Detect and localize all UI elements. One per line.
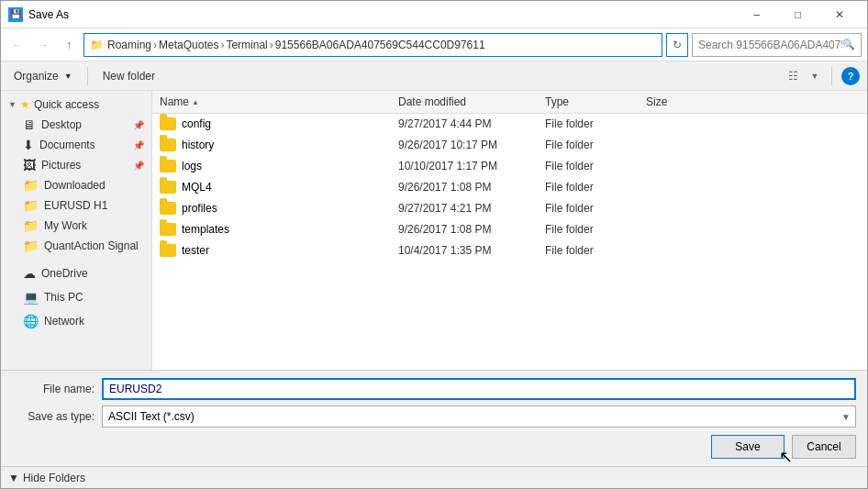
sidebar-item-eurusd[interactable]: 📁 EURUSD H1 xyxy=(1,195,151,216)
eurusd-icon: 📁 xyxy=(23,198,39,213)
file-type-cell: File folder xyxy=(538,200,639,217)
documents-pin-icon: 📌 xyxy=(133,140,144,150)
filename-input[interactable] xyxy=(102,378,856,400)
file-name-text: MQL4 xyxy=(182,181,212,194)
col-size-header[interactable]: Size xyxy=(639,94,712,110)
organize-label: Organize xyxy=(14,70,59,83)
search-box[interactable]: 🔍 xyxy=(692,33,862,57)
cancel-button[interactable]: Cancel xyxy=(792,435,856,459)
savetype-label: Save as type: xyxy=(12,410,95,423)
window-title: Save As xyxy=(28,8,736,21)
help-button[interactable]: ? xyxy=(841,67,860,85)
main-content: ▼ ★ Quick access 🖥 Desktop 📌 ⬇ Documents… xyxy=(1,91,867,370)
table-row[interactable]: profiles 9/27/2017 4:21 PM File folder xyxy=(152,198,867,219)
file-size-cell xyxy=(639,206,712,210)
col-name-header[interactable]: Name ▲ xyxy=(152,94,391,110)
sort-arrow: ▲ xyxy=(192,98,199,106)
sidebar-item-pictures[interactable]: 🖼 Pictures 📌 xyxy=(1,155,151,175)
quick-access-header[interactable]: ▼ ★ Quick access xyxy=(1,94,151,115)
hide-folders-bar: ▼ Hide Folders xyxy=(1,466,867,488)
sidebar-item-quantaction[interactable]: 📁 QuantAction Signal xyxy=(1,236,151,256)
view-mode-button[interactable]: ☷ xyxy=(780,65,806,87)
table-row[interactable]: templates 9/26/2017 1:08 PM File folder xyxy=(152,219,867,240)
file-size-cell xyxy=(639,185,712,189)
sidebar-item-thispc[interactable]: 💻 This PC xyxy=(1,287,151,307)
path-segment-terminal: Terminal xyxy=(226,39,267,51)
save-button[interactable]: Save ↖ xyxy=(711,435,785,459)
refresh-button[interactable]: ↻ xyxy=(666,33,688,57)
hide-folders-button[interactable]: ▼ Hide Folders xyxy=(8,472,85,484)
folder-icon xyxy=(160,160,176,172)
table-row[interactable]: tester 10/4/2017 1:35 PM File folder xyxy=(152,240,867,261)
file-name-text: config xyxy=(182,117,211,130)
savetype-select[interactable]: ASCII Text (*.csv) xyxy=(102,406,856,428)
path-folder-icon: 📁 xyxy=(90,39,104,51)
up-button[interactable]: ↑ xyxy=(58,34,80,56)
table-row[interactable]: history 9/26/2017 10:17 PM File folder xyxy=(152,135,867,156)
organize-button[interactable]: Organize ▼ xyxy=(8,65,78,87)
folder-icon xyxy=(160,202,176,215)
title-bar: 💾 Save As – □ ✕ xyxy=(1,1,867,28)
sidebar-item-documents[interactable]: ⬇ Documents 📌 xyxy=(1,135,151,155)
mywork-icon: 📁 xyxy=(23,218,39,233)
file-name-cell: MQL4 xyxy=(152,179,391,195)
file-type-cell: File folder xyxy=(538,137,639,153)
view-dropdown-button[interactable]: ▼ xyxy=(807,65,822,87)
path-segment-roaming: Roaming xyxy=(107,39,151,51)
file-date-cell: 9/26/2017 1:08 PM xyxy=(391,221,538,238)
close-button[interactable]: ✕ xyxy=(818,1,860,28)
path-segment-id: 915566BA06ADA407569C544CC0D97611 xyxy=(275,39,485,51)
file-name-cell: templates xyxy=(152,221,391,238)
file-name-cell: tester xyxy=(152,242,391,259)
file-list: config 9/27/2017 4:44 PM File folder his… xyxy=(152,114,867,261)
file-date-cell: 9/27/2017 4:21 PM xyxy=(391,200,538,217)
toolbar: Organize ▼ New folder ☷ ▼ ? xyxy=(1,61,867,91)
file-size-cell xyxy=(639,164,712,168)
file-name-text: history xyxy=(182,139,214,151)
quick-access-star-icon: ★ xyxy=(20,98,30,111)
onedrive-section: ☁ OneDrive xyxy=(1,263,151,283)
file-name-cell: config xyxy=(152,116,391,132)
file-date-cell: 10/10/2017 1:17 PM xyxy=(391,158,538,174)
desktop-pin-icon: 📌 xyxy=(133,120,144,130)
back-button[interactable]: ← xyxy=(6,34,28,56)
path-segment-metaquotes: MetaQuotes xyxy=(159,39,218,51)
search-input[interactable] xyxy=(698,39,842,51)
minimize-button[interactable]: – xyxy=(736,1,777,28)
file-size-cell xyxy=(639,122,712,126)
sidebar-item-downloaded[interactable]: 📁 Downloaded xyxy=(1,175,151,195)
savetype-wrapper: ASCII Text (*.csv) ▼ xyxy=(102,406,856,428)
file-name-text: templates xyxy=(182,223,229,236)
organize-dropdown-arrow: ▼ xyxy=(64,72,72,81)
file-date-cell: 9/26/2017 1:08 PM xyxy=(391,179,538,195)
sidebar-item-pictures-label: Pictures xyxy=(41,159,81,172)
sidebar-item-mywork[interactable]: 📁 My Work xyxy=(1,216,151,236)
forward-button[interactable]: → xyxy=(32,34,54,56)
address-path[interactable]: 📁 Roaming › MetaQuotes › Terminal › 9155… xyxy=(83,33,662,57)
col-date-header[interactable]: Date modified xyxy=(391,94,538,110)
sidebar-item-onedrive[interactable]: ☁ OneDrive xyxy=(1,263,151,283)
new-folder-button[interactable]: New folder xyxy=(97,65,161,87)
file-date-cell: 10/4/2017 1:35 PM xyxy=(391,242,538,259)
cursor-icon: ↖ xyxy=(779,447,793,467)
pictures-pin-icon: 📌 xyxy=(133,161,144,171)
savetype-row: Save as type: ASCII Text (*.csv) ▼ xyxy=(12,406,856,428)
sidebar-item-eurusd-label: EURUSD H1 xyxy=(44,199,107,212)
maximize-button[interactable]: □ xyxy=(777,1,818,28)
thispc-section: 💻 This PC xyxy=(1,287,151,307)
filename-row: File name: xyxy=(12,378,856,400)
bottom-section: File name: Save as type: ASCII Text (*.c… xyxy=(1,370,867,466)
file-type-cell: File folder xyxy=(538,221,639,238)
table-row[interactable]: logs 10/10/2017 1:17 PM File folder xyxy=(152,156,867,177)
sidebar-item-network[interactable]: 🌐 Network xyxy=(1,311,151,331)
sidebar-item-desktop[interactable]: 🖥 Desktop 📌 xyxy=(1,115,151,135)
table-row[interactable]: MQL4 9/26/2017 1:08 PM File folder xyxy=(152,177,867,198)
sidebar-item-quantaction-label: QuantAction Signal xyxy=(44,239,139,252)
table-row[interactable]: config 9/27/2017 4:44 PM File folder xyxy=(152,114,867,135)
file-area: Name ▲ Date modified Type Size config xyxy=(152,91,867,370)
address-bar: ← → ↑ 📁 Roaming › MetaQuotes › Terminal … xyxy=(1,28,867,61)
window-controls: – □ ✕ xyxy=(736,1,860,28)
col-type-header[interactable]: Type xyxy=(538,94,639,110)
folder-icon xyxy=(160,223,176,236)
view-controls: ☷ ▼ xyxy=(780,65,822,87)
